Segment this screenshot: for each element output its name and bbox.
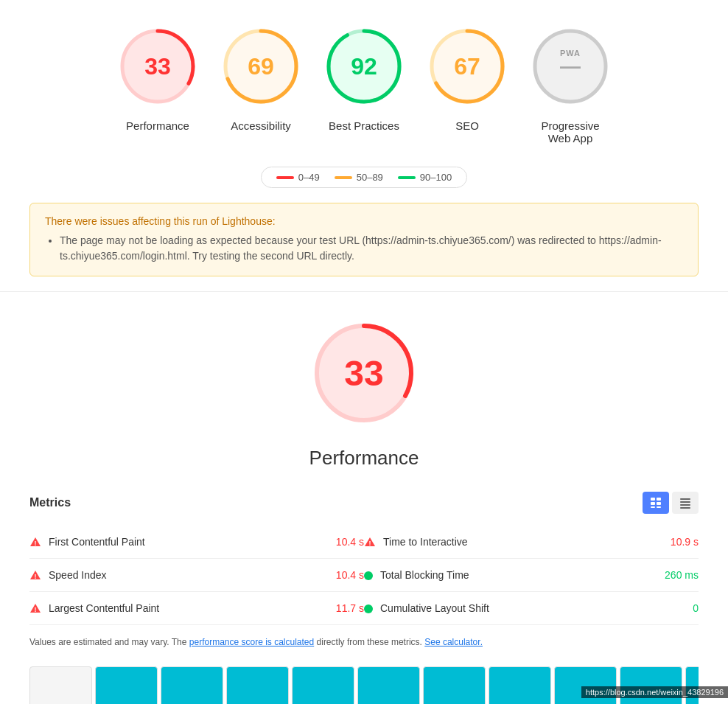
score-item-performance: 33 Performance — [113, 22, 202, 132]
legend-item-average: 50–89 — [335, 172, 383, 183]
dot-icon-tbt — [364, 571, 373, 580]
main-score-center: 33 Performance — [29, 314, 699, 470]
svg-rect-23 — [680, 498, 690, 500]
svg-rect-17 — [651, 498, 655, 501]
svg-text:!: ! — [35, 606, 37, 613]
metrics-title: Metrics — [29, 496, 71, 509]
thumbnail-2 — [161, 666, 223, 704]
score-label-seo: SEO — [455, 119, 479, 132]
triangle-icon-si: ! — [29, 570, 41, 580]
thumbnail-5 — [357, 666, 420, 704]
metrics-note: Values are estimated and may vary. The p… — [29, 625, 699, 659]
metric-name-fcp: First Contentful Paint — [49, 536, 336, 548]
metrics-grid: ! First Contentful Paint 10.4 s ! Speed … — [29, 526, 699, 625]
score-circle-best-practices: 92 — [320, 22, 408, 111]
metric-row-fcp: ! First Contentful Paint 10.4 s — [29, 526, 364, 559]
metrics-note-link1[interactable]: performance score is calculated — [189, 637, 314, 647]
metrics-column-right: ! Time to Interactive 10.9 s Total Block… — [364, 526, 699, 625]
warning-item: The page may not be loading as expected … — [60, 233, 683, 264]
score-value-accessibility: 69 — [248, 53, 274, 80]
score-item-pwa: PWA — Progressive Web App — [526, 22, 615, 144]
metric-name-si: Speed Index — [49, 569, 336, 581]
score-label-best-practices: Best Practices — [329, 119, 399, 132]
metrics-note-link2[interactable]: See calculator. — [424, 637, 483, 647]
thumbnail-4 — [292, 666, 354, 704]
thumbnail-0 — [29, 666, 92, 704]
svg-rect-24 — [680, 501, 690, 503]
metric-row-tbt: Total Blocking Time 260 ms — [364, 559, 699, 592]
svg-rect-18 — [657, 498, 661, 501]
legend-dot-fail — [276, 176, 294, 179]
svg-rect-25 — [680, 504, 690, 506]
metric-value-si: 10.4 s — [336, 569, 364, 581]
metrics-note-text1: Values are estimated and may vary. The — [29, 637, 189, 647]
metric-name-cls: Cumulative Layout Shift — [380, 602, 693, 614]
warning-box: There were issues affecting this run of … — [29, 203, 699, 276]
metrics-column-left: ! First Contentful Paint 10.4 s ! Speed … — [29, 526, 364, 625]
svg-rect-22 — [657, 506, 661, 508]
warning-title: There were issues affecting this run of … — [45, 215, 683, 227]
legend-dot-pass — [398, 176, 416, 179]
svg-text:!: ! — [35, 573, 37, 580]
grid-icon — [650, 497, 662, 509]
metric-name-lcp: Largest Contentful Paint — [49, 602, 336, 614]
metrics-note-text2: directly from these metrics. — [314, 637, 424, 647]
score-label-accessibility: Accessibility — [231, 119, 291, 132]
thumbnail-9 — [620, 666, 682, 704]
triangle-icon-tti: ! — [364, 537, 376, 547]
svg-rect-19 — [651, 502, 655, 505]
score-label-pwa: Progressive Web App — [541, 119, 599, 144]
triangle-icon-fcp: ! — [29, 537, 41, 547]
thumbnail-8 — [554, 666, 617, 704]
svg-rect-20 — [657, 502, 661, 505]
triangle-icon-lcp: ! — [29, 603, 41, 613]
score-value-performance: 33 — [144, 53, 171, 80]
main-score-value: 33 — [344, 353, 383, 394]
thumbnail-3 — [226, 666, 289, 704]
metric-value-fcp: 10.4 s — [336, 536, 364, 548]
score-circle-pwa: PWA — — [526, 22, 615, 111]
toggle-list-button[interactable] — [672, 492, 699, 514]
thumbnail-10 — [685, 666, 699, 704]
list-icon — [679, 497, 691, 509]
metric-row-si: ! Speed Index 10.4 s — [29, 559, 364, 592]
score-circle-performance: 33 — [113, 22, 202, 111]
metric-name-tbt: Total Blocking Time — [380, 569, 665, 581]
main-score-circle: 33 — [305, 314, 423, 432]
score-item-accessibility: 69 Accessibility — [217, 22, 305, 132]
metrics-header: Metrics — [29, 492, 699, 514]
svg-text:!: ! — [35, 540, 37, 547]
metric-value-cls: 0 — [693, 602, 699, 614]
thumbnail-1 — [95, 666, 158, 704]
score-circle-seo: 67 — [423, 22, 511, 111]
metric-row-tti: ! Time to Interactive 10.9 s — [364, 526, 699, 559]
toggle-grid-button[interactable] — [643, 492, 669, 514]
scores-section: 33 Performance 69 Accessibility 92 Best … — [0, 0, 728, 159]
svg-rect-21 — [651, 506, 655, 508]
legend-item-pass: 90–100 — [398, 172, 452, 183]
score-value-pwa: — — [560, 55, 581, 78]
score-value-seo: 67 — [454, 53, 480, 80]
thumbnail-6 — [423, 666, 486, 704]
legend-label-fail: 0–49 — [298, 172, 320, 183]
score-item-best-practices: 92 Best Practices — [320, 22, 408, 132]
metric-row-lcp: ! Largest Contentful Paint 11.7 s — [29, 592, 364, 625]
main-score-label: Performance — [309, 447, 419, 470]
legend-dot-average — [335, 176, 352, 179]
warning-body: The page may not be loading as expected … — [45, 233, 683, 264]
performance-section: 33 Performance Metrics — [0, 299, 728, 704]
metric-value-tti: 10.9 s — [671, 536, 699, 548]
svg-rect-26 — [680, 507, 690, 509]
legend-inner: 0–49 50–89 90–100 — [261, 167, 467, 188]
legend-item-fail: 0–49 — [276, 172, 320, 183]
legend-label-pass: 90–100 — [420, 172, 452, 183]
score-circle-accessibility: 69 — [217, 22, 305, 111]
metric-row-cls: Cumulative Layout Shift 0 — [364, 592, 699, 625]
legend: 0–49 50–89 90–100 — [0, 167, 728, 188]
svg-text:!: ! — [369, 540, 371, 547]
metric-value-tbt: 260 ms — [665, 569, 699, 581]
score-value-best-practices: 92 — [351, 53, 377, 80]
dot-icon-cls — [364, 604, 373, 613]
score-item-seo: 67 SEO — [423, 22, 511, 132]
metrics-view-toggle — [643, 492, 699, 514]
